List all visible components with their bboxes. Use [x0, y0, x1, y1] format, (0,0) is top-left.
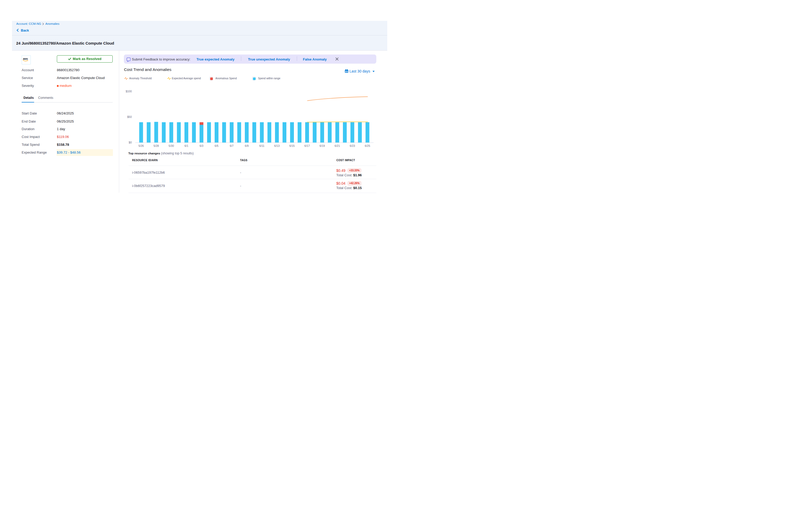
svg-text:6/9: 6/9	[245, 144, 249, 147]
svg-text:6/23: 6/23	[350, 144, 355, 147]
svg-text:6/13: 6/13	[274, 144, 280, 147]
svg-text:6/15: 6/15	[289, 144, 295, 147]
svg-text:$50: $50	[127, 115, 132, 118]
svg-text:$100: $100	[126, 90, 132, 93]
svg-text:5/28: 5/28	[154, 144, 159, 147]
svg-text:$0: $0	[129, 141, 132, 144]
svg-text:6/17: 6/17	[304, 144, 310, 147]
svg-text:5/30: 5/30	[169, 144, 174, 147]
svg-text:6/3: 6/3	[200, 144, 204, 147]
svg-text:6/25: 6/25	[365, 144, 370, 147]
svg-text:6/1: 6/1	[184, 144, 188, 147]
svg-text:6/21: 6/21	[335, 144, 340, 147]
svg-text:6/11: 6/11	[259, 144, 264, 147]
svg-text:6/19: 6/19	[320, 144, 325, 147]
svg-text:6/7: 6/7	[230, 144, 234, 147]
svg-text:5/26: 5/26	[138, 144, 144, 147]
svg-text:6/5: 6/5	[215, 144, 218, 147]
